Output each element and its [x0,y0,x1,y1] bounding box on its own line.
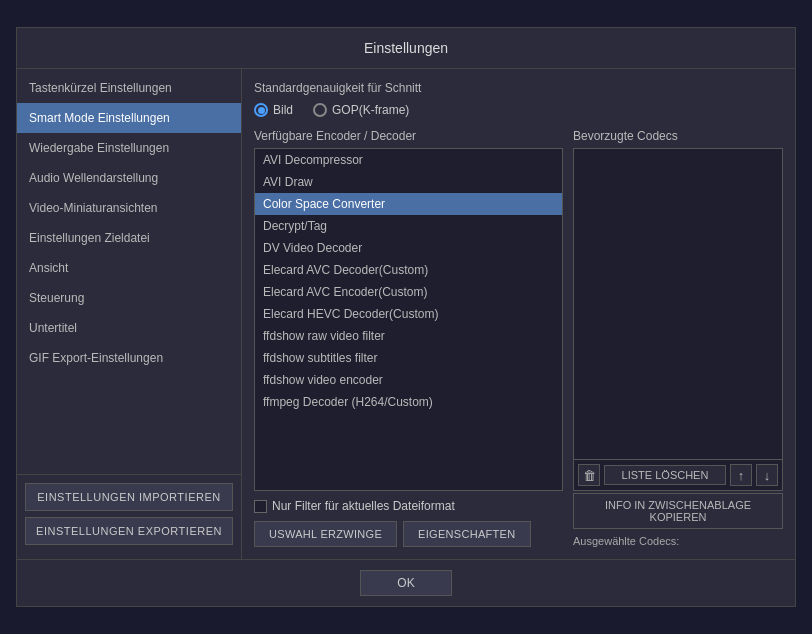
checkbox-wrap: Nur Filter für aktuelles Dateiformat [254,499,455,513]
sidebar-item-ansicht[interactable]: Ansicht [17,253,241,283]
ausgewählte-label: Ausgewählte Codecs: [573,535,783,547]
info-copy-button[interactable]: INFO IN ZWISCHENABLAGE KOPIEREN [573,493,783,529]
main-content: Standardgenauigkeit für Schnitt Bild GOP… [242,69,795,559]
radio-bild-label: Bild [273,103,293,117]
sidebar-item-video-mini[interactable]: Video-Miniaturansichten [17,193,241,223]
encoder-list-item[interactable]: ffmpeg Decoder (H264/Custom) [255,391,562,413]
sidebar-nav: Tastenkürzel EinstellungenSmart Mode Ein… [17,73,241,373]
radio-bild-circle [254,103,268,117]
eigenschaften-button[interactable]: EIGENSCHAFTEN [403,521,530,547]
sidebar-item-einstellungen-ziel[interactable]: Einstellungen Zieldatei [17,223,241,253]
encoder-section: Verfügbare Encoder / Decoder AVI Decompr… [254,129,783,547]
encoder-list-item[interactable]: Color Space Converter [255,193,562,215]
checkbox-label: Nur Filter für aktuelles Dateiformat [272,499,455,513]
schnitt-label: Standardgenauigkeit für Schnitt [254,81,783,95]
preferred-list[interactable] [573,148,783,460]
encoder-list-item[interactable]: ffdshow subtitles filter [255,347,562,369]
bottom-btns: USWAHL ERZWINGE EIGENSCHAFTEN [254,521,563,547]
sidebar: Tastenkürzel EinstellungenSmart Mode Ein… [17,69,242,559]
filter-checkbox[interactable] [254,500,267,513]
encoder-list-item[interactable]: AVI Draw [255,171,562,193]
bottom-controls: Nur Filter für aktuelles Dateiformat [254,499,563,513]
radio-gop[interactable]: GOP(K-frame) [313,103,409,117]
down-button[interactable]: ↓ [756,464,778,486]
sidebar-item-smart-mode[interactable]: Smart Mode Einstellungen [17,103,241,133]
ok-button[interactable]: OK [360,570,451,596]
sidebar-item-untertitel[interactable]: Untertitel [17,313,241,343]
settings-dialog: Einstellungen Tastenkürzel Einstellungen… [16,27,796,607]
sidebar-buttons: EINSTELLUNGEN IMPORTIEREN EINSTELLUNGEN … [17,474,241,559]
uswahl-button[interactable]: USWAHL ERZWINGE [254,521,397,547]
encoder-list-item[interactable]: ffdshow video encoder [255,369,562,391]
sidebar-item-tastenkuerzel[interactable]: Tastenkürzel Einstellungen [17,73,241,103]
trash-button[interactable]: 🗑 [578,464,600,486]
radio-group: Bild GOP(K-frame) [254,103,783,117]
encoder-list-item[interactable]: Elecard AVC Encoder(Custom) [255,281,562,303]
encoder-list-item[interactable]: Elecard AVC Decoder(Custom) [255,259,562,281]
liste-loschen-button[interactable]: LISTE LÖSCHEN [604,465,726,485]
preferred-label: Bevorzugte Codecs [573,129,783,143]
dialog-body: Tastenkürzel EinstellungenSmart Mode Ein… [17,69,795,559]
encoder-panel: Verfügbare Encoder / Decoder AVI Decompr… [254,129,563,547]
encoder-panel-label: Verfügbare Encoder / Decoder [254,129,563,143]
encoder-list-item[interactable]: Elecard HEVC Decoder(Custom) [255,303,562,325]
radio-bild[interactable]: Bild [254,103,293,117]
radio-gop-label: GOP(K-frame) [332,103,409,117]
encoder-list[interactable]: AVI DecompressorAVI DrawColor Space Conv… [254,148,563,491]
encoder-list-item[interactable]: ffdshow raw video filter [255,325,562,347]
sidebar-item-gif-export[interactable]: GIF Export-Einstellungen [17,343,241,373]
encoder-list-item[interactable]: DV Video Decoder [255,237,562,259]
sidebar-item-wiedergabe[interactable]: Wiedergabe Einstellungen [17,133,241,163]
dialog-title: Einstellungen [17,28,795,69]
radio-gop-circle [313,103,327,117]
sidebar-item-steuerung[interactable]: Steuerung [17,283,241,313]
import-button[interactable]: EINSTELLUNGEN IMPORTIEREN [25,483,233,511]
up-button[interactable]: ↑ [730,464,752,486]
encoder-list-item[interactable]: Decrypt/Tag [255,215,562,237]
dialog-footer: OK [17,559,795,606]
sidebar-item-audio[interactable]: Audio Wellendarstellung [17,163,241,193]
export-button[interactable]: EINSTELLUNGEN EXPORTIEREN [25,517,233,545]
preferred-action-row: 🗑 LISTE LÖSCHEN ↑ ↓ [573,460,783,491]
encoder-list-item[interactable]: AVI Decompressor [255,149,562,171]
preferred-panel: Bevorzugte Codecs 🗑 LISTE LÖSCHEN ↑ ↓ IN… [573,129,783,547]
